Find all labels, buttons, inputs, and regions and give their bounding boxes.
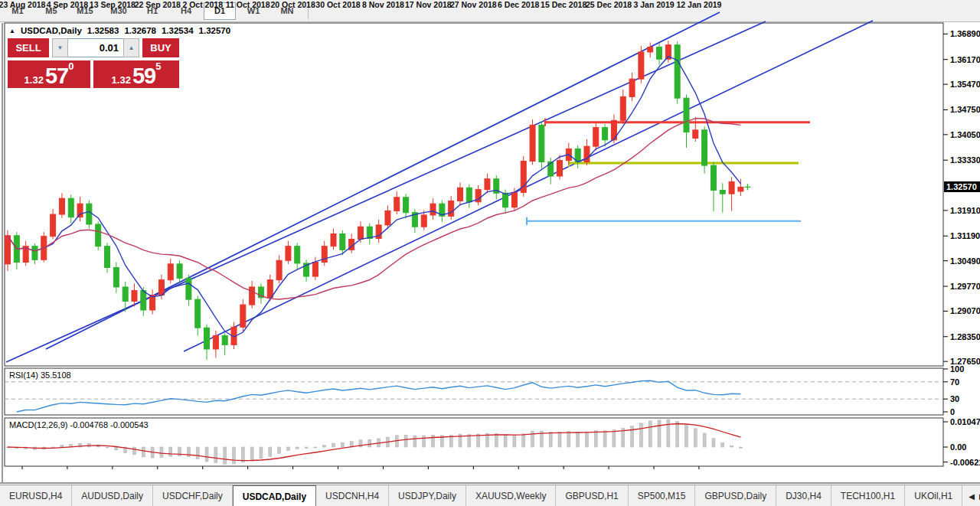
chart-tab-ukoil-h1[interactable]: UKOil,H1	[905, 485, 962, 506]
price-axis-label[interactable]: 1.33330	[950, 155, 980, 165]
chart-tab-xauusd-weekly[interactable]: XAUUSD,Weekly	[466, 485, 556, 506]
candle-body	[87, 204, 92, 224]
macd-histogram-bar	[142, 447, 145, 457]
chart-tab-gbpusd-h1[interactable]: GBPUSD,H1	[556, 485, 628, 506]
date-axis-label[interactable]: 20 Oct 2018	[270, 0, 315, 9]
macd-histogram-bar	[603, 431, 606, 447]
chart-tab-gbpusd-daily[interactable]: GBPUSD,Daily	[695, 485, 776, 506]
chart-tab-tech100-h1[interactable]: TECH100,H1	[831, 485, 905, 506]
candle-body	[240, 305, 246, 327]
macd-histogram-bar	[233, 447, 236, 464]
date-axis-label[interactable]: 17 Nov 2018	[405, 0, 452, 9]
date-axis-label[interactable]: 4 Sep 2018	[47, 0, 88, 9]
date-axis-label[interactable]: 6 Dec 2018	[498, 0, 539, 9]
date-axis-label[interactable]: 13 Sep 2018	[90, 0, 136, 9]
current-price-tag: 1.32570	[944, 181, 980, 192]
macd-histogram-bar	[648, 421, 652, 447]
candle-body	[340, 233, 345, 250]
rsi-axis-label[interactable]: 30	[950, 394, 959, 403]
buy-price-button[interactable]: 1.32 59 5	[93, 60, 179, 88]
chart-tab-usdcnh-h4[interactable]: USDCNH,H4	[316, 485, 389, 506]
macd-axis-label[interactable]: -0.006218	[950, 458, 980, 467]
price-axis-label[interactable]: 1.29770	[950, 282, 980, 291]
macd-axis-label[interactable]: 0.00	[950, 442, 966, 452]
macd-axis-label[interactable]: 0.010474	[950, 417, 980, 426]
candle-body	[213, 335, 218, 349]
sell-button[interactable]: SELL	[8, 38, 49, 57]
price-axis-label[interactable]: 1.28350	[950, 332, 980, 341]
rsi-axis-label[interactable]: 100	[950, 364, 964, 374]
ohlc-open: 1.32583	[87, 26, 119, 35]
candle-body	[511, 192, 517, 207]
chart-tab-eurusd-h4[interactable]: EURUSD,H4	[0, 485, 72, 506]
candle-body	[59, 198, 64, 214]
macd-histogram-bar	[594, 431, 597, 447]
candle-body	[421, 215, 426, 227]
macd-histogram-bar	[549, 432, 552, 447]
date-axis-label[interactable]: 27 Nov 2018	[450, 0, 497, 9]
candle-body	[385, 211, 390, 225]
macd-histogram-bar	[196, 447, 199, 459]
date-axis-label[interactable]: 2 Oct 2018	[182, 0, 223, 9]
chart-tab-usdcad-daily[interactable]: USDCAD,Daily	[233, 485, 316, 506]
macd-histogram-bar	[413, 436, 416, 447]
rsi-axis-label[interactable]: 70	[950, 377, 959, 387]
tab-scroll-left-icon[interactable]: ◀	[969, 492, 975, 501]
candle-body	[603, 128, 608, 140]
price-axis-label[interactable]: 1.30490	[950, 256, 980, 266]
macd-histogram-bar	[314, 447, 317, 448]
rsi-plot-area[interactable]	[5, 368, 943, 415]
macd-histogram-bar	[712, 439, 715, 447]
macd-histogram-bar	[368, 439, 371, 447]
macd-histogram-bar	[567, 432, 570, 447]
candle-body	[113, 267, 119, 286]
candle-body	[710, 165, 716, 190]
candle-body	[702, 130, 707, 165]
candle-body	[68, 198, 74, 217]
price-axis-label[interactable]: 1.34050	[950, 130, 980, 139]
candle-body	[720, 191, 725, 194]
chart-tab-sp500-m15[interactable]: SP500,M15	[629, 485, 696, 506]
rsi-axis-label[interactable]: 0	[950, 407, 955, 416]
chart-tab-audusd-daily[interactable]: AUDUSD,Daily	[72, 485, 153, 506]
volume-input[interactable]	[68, 38, 123, 57]
date-axis-label[interactable]: 30 Oct 2018	[315, 0, 360, 9]
candle-body	[593, 128, 599, 147]
buy-price-big: 59	[132, 66, 155, 86]
macd-histogram-bar	[685, 426, 688, 447]
price-axis-label[interactable]: 1.36170	[950, 55, 980, 64]
volume-increase-icon[interactable]: ▲	[123, 38, 139, 57]
buy-button[interactable]: BUY	[142, 38, 179, 57]
date-axis-label[interactable]: 8 Nov 2018	[362, 0, 404, 9]
candle-body	[629, 79, 635, 96]
date-axis-label[interactable]: 23 Aug 2018	[0, 0, 45, 9]
price-axis-label[interactable]: 1.31190	[950, 231, 980, 240]
macd-histogram-bar	[241, 447, 244, 462]
candle-body	[150, 295, 155, 310]
chart-tab-usdjpy-daily[interactable]: USDJPY,Daily	[389, 485, 466, 506]
price-axis-label[interactable]: 1.29070	[950, 306, 980, 315]
date-axis-label[interactable]: 12 Jan 2019	[676, 0, 721, 9]
macd-histogram-bar	[296, 447, 299, 449]
sell-price-button[interactable]: 1.32 57 0	[8, 60, 90, 88]
candle-body	[51, 214, 56, 237]
candle-body	[77, 204, 83, 217]
macd-histogram-bar	[423, 436, 426, 447]
price-axis-label[interactable]: 1.35470	[950, 80, 980, 89]
date-axis-label[interactable]: 15 Dec 2018	[541, 0, 586, 9]
price-axis-label[interactable]: 1.34750	[950, 105, 980, 114]
volume-decrease-icon[interactable]: ▼	[52, 38, 68, 57]
collapse-panel-icon[interactable]: ▲	[9, 28, 15, 34]
chart-tab-usdchf-daily[interactable]: USDCHF,Daily	[153, 485, 233, 506]
price-axis-label[interactable]: 1.31910	[950, 206, 980, 215]
buy-price-head: 1.32	[112, 74, 131, 86]
date-axis-label[interactable]: 22 Sep 2018	[135, 0, 181, 9]
chart-tab-dj30-h4[interactable]: DJ30,H4	[776, 485, 831, 506]
date-axis-label[interactable]: 11 Oct 2018	[226, 0, 270, 9]
candle-body	[738, 187, 743, 191]
date-axis-label[interactable]: 3 Jan 2019	[633, 0, 674, 9]
price-axis-label[interactable]: 1.36890	[950, 29, 980, 38]
date-axis-label[interactable]: 25 Dec 2018	[586, 0, 632, 9]
macd-histogram-bar	[205, 447, 208, 462]
candle-body	[403, 198, 409, 213]
